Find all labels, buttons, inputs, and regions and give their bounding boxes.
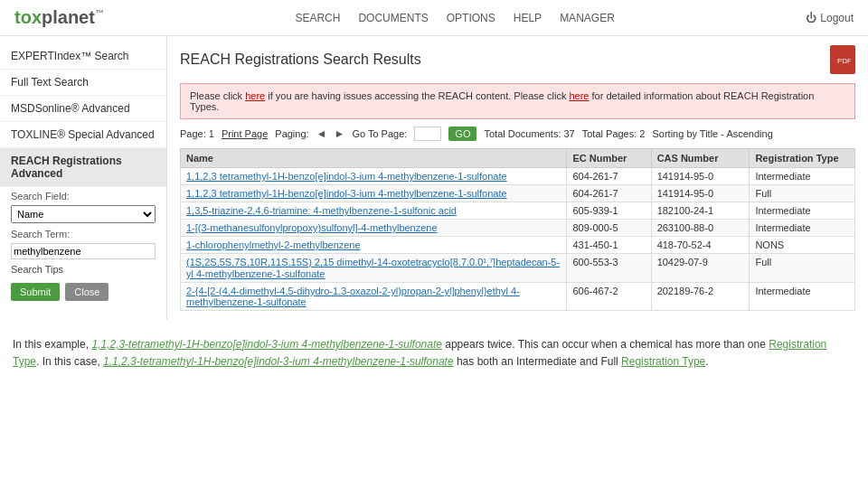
nav-manager[interactable]: MANAGER — [560, 12, 615, 24]
logo-tox: tox — [14, 7, 42, 27]
cell-ec: 604-261-7 — [567, 168, 651, 185]
logout-label: Logout — [820, 12, 854, 24]
col-header-cas: CAS Number — [651, 149, 750, 168]
prev-page-arrow[interactable]: ◄ — [316, 127, 327, 140]
name-link[interactable]: (1S,2S,5S,7S,10R,11S,15S) 2,15 dimethyl-… — [186, 257, 560, 279]
name-link[interactable]: 1-[(3-methanesulfonylpropoxy)sulfonyl]-4… — [186, 222, 438, 233]
table-row: 2-{4-[2-(4,4-dimethyl-4,5-dihydro-1,3-ox… — [181, 283, 855, 311]
nav-help[interactable]: HELP — [514, 12, 542, 24]
logo: toxplanet™ — [14, 7, 104, 28]
cell-ec: 606-467-2 — [567, 283, 651, 311]
alert-link-1[interactable]: here — [245, 90, 265, 101]
sidebar-action-buttons: Submit Close — [0, 277, 166, 306]
cell-ec: 605-939-1 — [567, 202, 651, 220]
paging-label: Paging: — [275, 128, 308, 139]
sorting-label: Sorting by Title - Ascending — [652, 128, 772, 139]
table-row: 1-[(3-methanesulfonylpropoxy)sulfonyl]-4… — [181, 220, 855, 237]
logo-tm: ™ — [95, 8, 104, 18]
cell-reg: Intermediate — [750, 202, 855, 220]
content-title-bar: REACH Registrations Search Results PDF — [180, 45, 855, 74]
cell-name: 2-{4-[2-(4,4-dimethyl-4,5-dihydro-1,3-ox… — [181, 283, 567, 311]
sidebar-item-toxline[interactable]: TOXLINE® Special Advanced — [0, 122, 166, 148]
logout-button[interactable]: ⏻ Logout — [806, 12, 854, 24]
header: toxplanet™ SEARCH DOCUMENTS OPTIONS HELP… — [0, 0, 868, 36]
footer-end-1: . In this case, — [36, 355, 103, 368]
footer-prefix: In this example, — [13, 338, 91, 351]
cell-name: 1-[(3-methanesulfonylpropoxy)sulfonyl]-4… — [181, 220, 567, 237]
cell-cas: 202189-76-2 — [651, 283, 750, 311]
cell-reg: Intermediate — [750, 283, 855, 311]
col-header-name: Name — [181, 149, 567, 168]
next-page-arrow[interactable]: ► — [335, 127, 345, 140]
alert-box: Please click here if you are having issu… — [180, 83, 855, 119]
footer-link-1[interactable]: 1,1,2,3-tetramethyl-1H-benzo[e]indol-3-i… — [91, 338, 442, 351]
search-field-label: Search Field: — [0, 187, 166, 203]
search-term-label: Search Term: — [0, 225, 166, 241]
main-content: REACH Registrations Search Results PDF P… — [167, 36, 868, 320]
cell-cas: 418-70-52-4 — [651, 237, 750, 254]
logout-icon: ⏻ — [806, 12, 816, 24]
cell-cas: 10429-07-9 — [651, 254, 750, 283]
table-row: 1,3,5-triazine-2,4,6-triamine: 4-methylb… — [181, 202, 855, 220]
cell-ec: 600-553-3 — [567, 254, 651, 283]
close-button[interactable]: Close — [65, 283, 108, 301]
sidebar: EXPERTIndex™ Search Full Text Search MSD… — [0, 36, 167, 320]
cell-name: 1,1,2,3 tetramethyl-1H-benzo[e]indol-3-i… — [181, 168, 567, 185]
logo-planet: planet — [42, 7, 95, 27]
sidebar-item-expertindex[interactable]: EXPERTIndex™ Search — [0, 43, 166, 70]
name-link[interactable]: 1,3,5-triazine-2,4,6-triamine: 4-methylb… — [186, 205, 457, 216]
go-to-label: Go To Page: — [352, 128, 407, 139]
cell-reg: Intermediate — [750, 168, 855, 185]
alert-link-2[interactable]: here — [569, 90, 589, 101]
name-link[interactable]: 2-{4-[2-(4,4-dimethyl-4,5-dihydro-1,3-ox… — [186, 286, 520, 307]
col-header-reg: Registration Type — [750, 149, 855, 168]
cell-reg: Full — [750, 254, 855, 283]
total-pages: Total Pages: 2 — [582, 128, 646, 139]
footer-middle-2: has both an Intermediate and Full — [454, 355, 621, 368]
cell-reg: NONS — [750, 237, 855, 254]
search-tips: Search Tips — [0, 261, 166, 277]
page-label: Page: 1 — [180, 128, 214, 139]
nav-search[interactable]: SEARCH — [295, 12, 340, 24]
search-field-select[interactable]: Name — [11, 205, 156, 223]
footer-link-3[interactable]: 1,1,2,3-tetramethyl-1H-benzo[e]indol-3-i… — [103, 355, 454, 368]
results-table: Name EC Number CAS Number Registration T… — [180, 148, 855, 311]
cell-cas: 182100-24-1 — [651, 202, 750, 220]
sidebar-item-fulltext[interactable]: Full Text Search — [0, 70, 166, 96]
table-row: 1,1,2,3 tetramethyl-1H-benzo[e]indol-3-i… — [181, 168, 855, 185]
cell-cas: 141914-95-0 — [651, 185, 750, 202]
table-row: 1,1,2,3 tetramethyl-1H-benzo[e]indol-3-i… — [181, 185, 855, 202]
total-docs: Total Documents: 37 — [484, 128, 574, 139]
name-link[interactable]: 1,1,2,3 tetramethyl-1H-benzo[e]indol-3-i… — [186, 171, 507, 182]
nav-options[interactable]: OPTIONS — [447, 12, 495, 24]
go-to-input[interactable] — [414, 127, 441, 141]
cell-name: 1-chlorophenylmethyl-2-methylbenzene — [181, 237, 567, 254]
svg-text:PDF: PDF — [837, 57, 851, 65]
table-row: (1S,2S,5S,7S,10R,11S,15S) 2,15 dimethyl-… — [181, 254, 855, 283]
cell-name: 1,3,5-triazine-2,4,6-triamine: 4-methylb… — [181, 202, 567, 220]
footer-link-4[interactable]: Registration Type — [621, 355, 705, 368]
footer-explanation: In this example, 1,1,2,3-tetramethyl-1H-… — [0, 329, 868, 378]
footer-middle-1: appears twice. This can occur when a che… — [442, 338, 769, 351]
cell-cas: 141914-95-0 — [651, 168, 750, 185]
name-link[interactable]: 1,1,2,3 tetramethyl-1H-benzo[e]indol-3-i… — [186, 188, 507, 199]
sidebar-item-msdsonline[interactable]: MSDSonline® Advanced — [0, 96, 166, 122]
alert-text-middle: if you are having issues accessing the R… — [265, 90, 569, 101]
cell-name: (1S,2S,5S,7S,10R,11S,15S) 2,15 dimethyl-… — [181, 254, 567, 283]
nav-documents[interactable]: DOCUMENTS — [358, 12, 428, 24]
pdf-icon[interactable]: PDF — [830, 45, 855, 74]
search-term-input[interactable] — [11, 243, 156, 259]
cell-cas: 263100-88-0 — [651, 220, 750, 237]
sidebar-item-reach[interactable]: REACH Registrations Advanced — [0, 148, 166, 187]
main-nav: SEARCH DOCUMENTS OPTIONS HELP MANAGER — [295, 12, 614, 24]
col-header-ec: EC Number — [567, 149, 651, 168]
submit-button[interactable]: Submit — [11, 283, 60, 301]
go-button[interactable]: GO — [448, 127, 476, 141]
footer-end-2: . — [705, 355, 708, 368]
cell-ec: 604-261-7 — [567, 185, 651, 202]
page-title: REACH Registrations Search Results — [180, 52, 421, 68]
cell-reg: Intermediate — [750, 220, 855, 237]
main-layout: EXPERTIndex™ Search Full Text Search MSD… — [0, 36, 868, 320]
print-page-link[interactable]: Print Page — [222, 128, 268, 139]
name-link[interactable]: 1-chlorophenylmethyl-2-methylbenzene — [186, 239, 361, 250]
